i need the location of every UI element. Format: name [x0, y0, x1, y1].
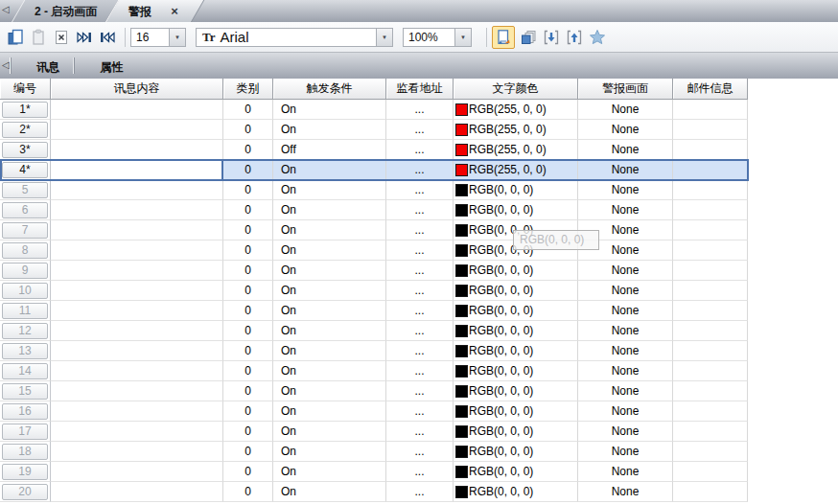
row-number-button[interactable]: 8	[2, 242, 48, 259]
paste-icon[interactable]	[28, 27, 49, 48]
watch-address-cell[interactable]: ...	[386, 462, 454, 482]
alarm-row-10[interactable]: 100On...RGB(0, 0, 0)None	[0, 281, 838, 301]
trigger-condition-cell[interactable]: On	[273, 442, 386, 462]
row-number-button[interactable]: 2*	[2, 122, 48, 138]
trigger-condition-cell[interactable]: On	[273, 321, 386, 341]
email-info-cell[interactable]	[673, 100, 748, 120]
watch-address-cell[interactable]: ...	[386, 401, 454, 422]
trigger-condition-cell[interactable]: On	[273, 281, 386, 301]
delete-page-icon[interactable]	[51, 27, 72, 48]
close-tab-icon[interactable]: ×	[165, 1, 192, 18]
import-down-icon[interactable]	[541, 27, 562, 48]
trigger-condition-cell[interactable]: On	[273, 482, 386, 502]
alarm-row-1[interactable]: 1*0On...RGB(255, 0, 0)None	[0, 100, 838, 120]
row-number-button[interactable]: 16	[2, 403, 48, 420]
message-content-cell[interactable]	[51, 140, 223, 160]
row-number-cell[interactable]: 3*	[0, 140, 51, 160]
row-number-cell[interactable]: 8	[0, 241, 51, 261]
text-color-cell[interactable]: RGB(255, 0, 0)	[454, 140, 578, 160]
row-number-cell[interactable]: 1*	[0, 100, 51, 120]
row-number-cell[interactable]: 9	[0, 261, 51, 281]
email-info-cell[interactable]	[673, 381, 748, 401]
message-content-cell[interactable]	[51, 200, 223, 220]
font-size-value[interactable]: 16	[131, 31, 169, 44]
watch-address-cell[interactable]: ...	[386, 442, 454, 462]
tab-alarm[interactable]: 警报 ×	[105, 0, 192, 22]
alarm-screen-cell[interactable]: None	[578, 381, 673, 401]
category-cell[interactable]: 0	[223, 482, 273, 502]
favorite-star-icon[interactable]	[587, 27, 608, 48]
alarm-row-12[interactable]: 120On...RGB(0, 0, 0)None	[0, 321, 838, 341]
trigger-condition-cell[interactable]: On	[273, 422, 386, 442]
row-number-button[interactable]: 10	[2, 283, 48, 299]
category-cell[interactable]: 0	[223, 220, 273, 241]
email-info-cell[interactable]	[673, 241, 748, 261]
email-info-cell[interactable]	[673, 180, 748, 200]
chevron-down-icon[interactable]: ▼	[376, 29, 392, 46]
message-content-cell[interactable]	[51, 442, 223, 462]
email-info-cell[interactable]	[673, 401, 748, 422]
message-content-cell[interactable]	[51, 401, 223, 422]
watch-address-cell[interactable]: ...	[386, 281, 454, 301]
trigger-condition-cell[interactable]: On	[273, 361, 386, 381]
category-cell[interactable]: 0	[223, 261, 273, 281]
message-content-cell[interactable]	[51, 422, 223, 442]
tab-message[interactable]: 讯息	[10, 53, 77, 79]
trigger-condition-cell[interactable]: On	[273, 301, 386, 321]
category-cell[interactable]: 0	[223, 241, 273, 261]
trigger-condition-cell[interactable]: On	[273, 462, 386, 482]
alarm-row-20[interactable]: 200On...RGB(0, 0, 0)None	[0, 482, 838, 502]
column-header-email[interactable]: 邮件信息	[673, 79, 748, 100]
row-number-cell[interactable]: 20	[0, 482, 51, 502]
row-number-cell[interactable]: 16	[0, 401, 51, 422]
column-header-alarmscreen[interactable]: 警报画面	[578, 79, 673, 100]
row-number-cell[interactable]: 18	[0, 442, 51, 462]
category-cell[interactable]: 0	[223, 321, 273, 341]
message-content-cell[interactable]	[51, 241, 223, 261]
alarm-screen-cell[interactable]: None	[578, 180, 673, 200]
alarm-row-2[interactable]: 2*0On...RGB(255, 0, 0)None	[0, 120, 838, 140]
alarm-screen-cell[interactable]: None	[578, 341, 673, 361]
text-color-cell[interactable]: RGB(0, 0, 0)	[454, 442, 578, 462]
alarm-screen-cell[interactable]: None	[578, 100, 673, 120]
watch-address-cell[interactable]: ...	[386, 200, 454, 220]
alarm-row-15[interactable]: 150On...RGB(0, 0, 0)None	[0, 381, 838, 401]
alarm-row-8[interactable]: 80On...RGB(0, 0, 0)None	[0, 241, 838, 261]
text-color-cell[interactable]: RGB(255, 0, 0)	[454, 160, 578, 180]
row-number-cell[interactable]: 14	[0, 361, 51, 381]
email-info-cell[interactable]	[673, 160, 748, 180]
export-up-icon[interactable]	[564, 27, 585, 48]
watch-address-cell[interactable]: ...	[386, 140, 454, 160]
text-color-cell[interactable]: RGB(0, 0, 0)	[454, 200, 578, 220]
alarm-screen-cell[interactable]: None	[578, 401, 673, 422]
alarm-screen-cell[interactable]: None	[578, 321, 673, 341]
row-number-button[interactable]: 20	[2, 484, 48, 500]
row-number-cell[interactable]: 2*	[0, 120, 51, 140]
row-number-button[interactable]: 6	[2, 202, 48, 218]
text-color-cell[interactable]: RGB(0, 0, 0)	[454, 341, 578, 361]
watch-address-cell[interactable]: ...	[386, 301, 454, 321]
text-color-cell[interactable]: RGB(0, 0, 0)	[454, 261, 578, 281]
row-number-button[interactable]: 17	[2, 424, 48, 440]
row-number-button[interactable]: 7	[2, 222, 48, 239]
row-number-button[interactable]: 3*	[2, 142, 48, 158]
watch-address-cell[interactable]: ...	[386, 180, 454, 200]
watch-address-cell[interactable]: ...	[386, 261, 454, 281]
trigger-condition-cell[interactable]: On	[273, 241, 386, 261]
category-cell[interactable]: 0	[223, 442, 273, 462]
copy-page-icon[interactable]	[5, 27, 26, 48]
font-family-combobox[interactable]: Tr Arial ▼	[196, 28, 393, 47]
row-number-button[interactable]: 13	[2, 343, 48, 359]
message-content-cell[interactable]	[51, 120, 223, 140]
email-info-cell[interactable]	[673, 140, 748, 160]
alarm-screen-cell[interactable]: None	[578, 301, 673, 321]
watch-address-cell[interactable]: ...	[386, 220, 454, 241]
category-cell[interactable]: 0	[223, 361, 273, 381]
email-info-cell[interactable]	[673, 301, 748, 321]
category-cell[interactable]: 0	[223, 281, 273, 301]
watch-address-cell[interactable]: ...	[386, 160, 454, 180]
edit-page-icon[interactable]	[492, 26, 515, 49]
column-header-trigger[interactable]: 触发条件	[273, 79, 386, 100]
layers-icon[interactable]	[518, 27, 539, 48]
text-color-cell[interactable]: RGB(0, 0, 0)	[454, 381, 578, 401]
